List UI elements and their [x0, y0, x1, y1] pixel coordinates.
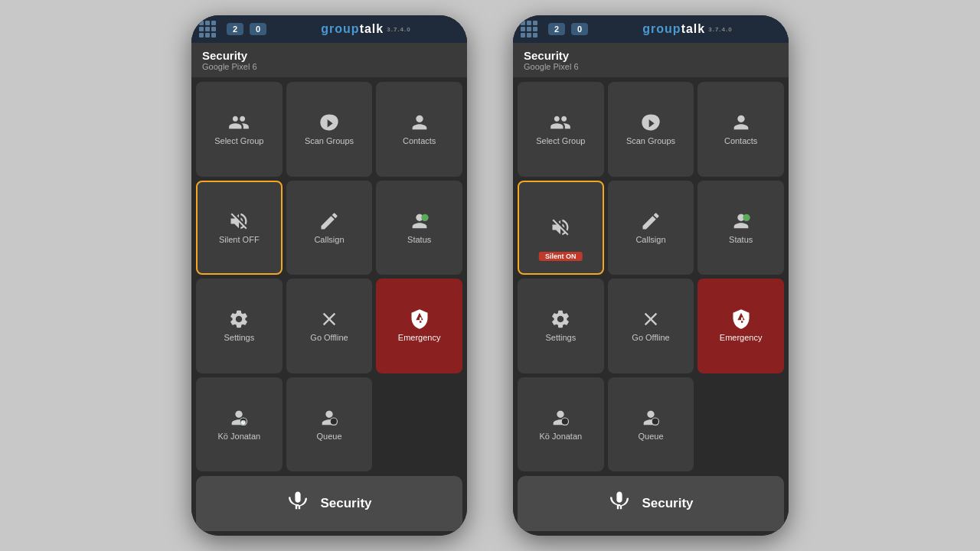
queue-icon [318, 407, 340, 429]
select-group-button[interactable]: Select Group [196, 82, 283, 177]
svg-point-4 [743, 214, 750, 220]
top-bar-left: 2 0 grouptalk 3.7.4.0 [191, 15, 467, 43]
emergency-button[interactable]: Emergency [376, 279, 462, 373]
silent-on-icon [550, 217, 571, 238]
svg-point-6 [652, 418, 658, 425]
svg-text:🕐: 🕐 [241, 419, 247, 425]
emergency-button-r[interactable]: Emergency [697, 279, 784, 373]
go-offline-label-r: Go Offline [632, 333, 669, 343]
phone-1: 2 0 grouptalk 3.7.4.0 Security Google Pi… [191, 15, 467, 536]
callsign-label: Callsign [314, 235, 344, 245]
settings-label-r: Settings [545, 333, 576, 343]
settings-icon [228, 308, 250, 330]
device-title-right: Security [524, 49, 778, 62]
ptt-button-right[interactable]: Security [518, 476, 784, 531]
ptt-mic-icon-right [608, 490, 631, 517]
silent-icon [228, 210, 250, 232]
contacts-icon-r [730, 112, 752, 133]
device-title: Security [202, 49, 456, 62]
status-icon [409, 210, 430, 232]
contacts-button-r[interactable]: Contacts [697, 82, 784, 177]
status-button-r[interactable]: Status [697, 181, 784, 276]
callsign-button-r[interactable]: Callsign [608, 181, 694, 276]
scan-groups-icon [318, 112, 340, 133]
status-icon-r [730, 210, 752, 232]
queue-label: Queue [316, 432, 341, 442]
contacts-label-r: Contacts [724, 136, 757, 146]
settings-label: Settings [224, 333, 254, 343]
scan-groups-button-r[interactable]: Scan Groups [608, 82, 694, 177]
emergency-icon [409, 308, 430, 330]
ko-jonatan-icon: 🕐 [228, 407, 250, 429]
device-subtitle-right: Google Pixel 6 [524, 62, 778, 71]
callsign-button[interactable]: Callsign [286, 181, 373, 276]
ptt-label: Security [320, 496, 371, 511]
settings-button[interactable]: Settings [196, 279, 283, 373]
scan-groups-icon-r [640, 112, 662, 133]
svg-point-5 [561, 418, 568, 425]
ptt-mic-icon [286, 490, 309, 517]
settings-button-r[interactable]: Settings [518, 279, 604, 373]
ko-jonatan-label-r: Kö Jonatan [540, 432, 583, 442]
go-offline-button[interactable]: Go Offline [286, 279, 373, 373]
silent-off-button[interactable]: Silent OFF [196, 181, 283, 276]
count-1-right: 2 [548, 23, 565, 35]
contacts-button[interactable]: Contacts [376, 82, 462, 177]
ko-jonatan-label: Kö Jonatan [218, 432, 261, 442]
device-subtitle: Google Pixel 6 [202, 62, 456, 71]
scan-groups-label-r: Scan Groups [626, 136, 675, 146]
phone-2: 2 0 grouptalk 3.7.4.0 Security Google Pi… [513, 15, 789, 536]
contacts-icon [409, 112, 430, 133]
select-group-icon-r [550, 112, 571, 133]
top-bar-right: 2 0 grouptalk 3.7.4.0 [513, 15, 789, 43]
count-2-right: 0 [571, 23, 588, 35]
queue-icon-r [640, 407, 662, 429]
go-offline-button-r[interactable]: Go Offline [608, 279, 694, 373]
ko-jonatan-button-r[interactable]: Kö Jonatan [518, 377, 604, 472]
button-grid-left: Select Group Scan Groups Contacts [191, 77, 467, 476]
grouptalk-logo-right: grouptalk 3.7.4.0 [594, 22, 781, 36]
emergency-label: Emergency [398, 333, 441, 343]
ptt-label-right: Security [642, 496, 693, 511]
select-group-label: Select Group [214, 136, 263, 146]
callsign-icon-r [640, 210, 662, 232]
ko-jonatan-button[interactable]: 🕐 Kö Jonatan [196, 377, 283, 472]
settings-icon-r [550, 308, 571, 330]
queue-button[interactable]: Queue [286, 377, 373, 472]
select-group-label-r: Select Group [536, 136, 585, 146]
silent-on-button[interactable]: Silent ON [518, 181, 604, 276]
queue-label-r: Queue [638, 432, 663, 442]
queue-button-r[interactable]: Queue [608, 377, 694, 472]
grid-icon-right [521, 21, 542, 37]
silent-on-badge: Silent ON [539, 252, 583, 261]
scan-groups-label: Scan Groups [305, 136, 354, 146]
grouptalk-logo: grouptalk 3.7.4.0 [273, 22, 459, 36]
go-offline-label: Go Offline [310, 333, 348, 343]
silent-off-label: Silent OFF [219, 235, 260, 245]
svg-point-0 [421, 214, 428, 220]
svg-point-3 [330, 418, 337, 425]
device-header-left: Security Google Pixel 6 [191, 43, 467, 77]
device-header-right: Security Google Pixel 6 [513, 43, 789, 77]
status-label-r: Status [729, 235, 753, 245]
select-group-icon [228, 112, 250, 133]
ko-jonatan-icon-r [550, 407, 571, 429]
go-offline-icon-r [640, 308, 662, 330]
status-button[interactable]: Status [376, 181, 462, 276]
status-label: Status [407, 235, 431, 245]
callsign-label-r: Callsign [635, 235, 665, 245]
emergency-label-r: Emergency [720, 333, 763, 343]
scan-groups-button[interactable]: Scan Groups [286, 82, 373, 177]
contacts-label: Contacts [403, 136, 436, 146]
select-group-button-r[interactable]: Select Group [518, 82, 604, 177]
count-1: 2 [227, 23, 243, 35]
count-2: 0 [250, 23, 266, 35]
callsign-icon [318, 210, 340, 232]
button-grid-right: Select Group Scan Groups Contacts [513, 77, 789, 476]
grid-icon [199, 21, 220, 37]
ptt-button-left[interactable]: Security [196, 476, 462, 531]
emergency-icon-r [730, 308, 752, 330]
go-offline-icon [318, 308, 340, 330]
